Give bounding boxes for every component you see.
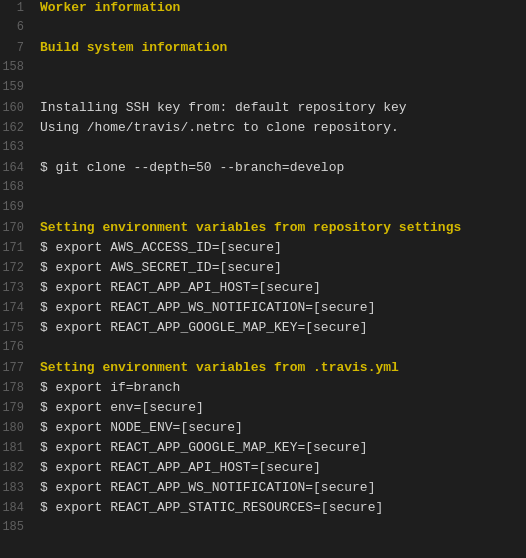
code-line: 162Using /home/travis/.netrc to clone re… [0, 120, 526, 140]
line-content: $ export REACT_APP_WS_NOTIFICATION=[secu… [32, 300, 526, 315]
code-line: 173$ export REACT_APP_API_HOST=[secure] [0, 280, 526, 300]
code-line: 181$ export REACT_APP_GOOGLE_MAP_KEY=[se… [0, 440, 526, 460]
code-line: 178$ export if=branch [0, 380, 526, 400]
line-number: 163 [0, 140, 32, 154]
line-number: 168 [0, 180, 32, 194]
line-number: 178 [0, 381, 32, 395]
line-content: $ export AWS_SECRET_ID=[secure] [32, 260, 526, 275]
line-number: 164 [0, 161, 32, 175]
line-content: $ export REACT_APP_API_HOST=[secure] [32, 280, 526, 295]
code-line: 183$ export REACT_APP_WS_NOTIFICATION=[s… [0, 480, 526, 500]
line-number: 182 [0, 461, 32, 475]
line-content: $ export REACT_APP_STATIC_RESOURCES=[sec… [32, 500, 526, 515]
line-number: 174 [0, 301, 32, 315]
code-line: 164$ git clone --depth=50 --branch=devel… [0, 160, 526, 180]
line-number: 7 [0, 41, 32, 55]
code-view: 1Worker information67Build system inform… [0, 0, 526, 540]
code-line: 169 [0, 200, 526, 220]
code-line: 159 [0, 80, 526, 100]
code-line: 171$ export AWS_ACCESS_ID=[secure] [0, 240, 526, 260]
line-content: $ export if=branch [32, 380, 526, 395]
code-line: 172$ export AWS_SECRET_ID=[secure] [0, 260, 526, 280]
code-line: 185 [0, 520, 526, 540]
line-number: 1 [0, 1, 32, 15]
line-content: $ git clone --depth=50 --branch=develop [32, 160, 526, 175]
line-number: 183 [0, 481, 32, 495]
line-number: 159 [0, 80, 32, 94]
line-content: Using /home/travis/.netrc to clone repos… [32, 120, 526, 135]
line-content: $ export REACT_APP_WS_NOTIFICATION=[secu… [32, 480, 526, 495]
line-number: 158 [0, 60, 32, 74]
line-content: $ export env=[secure] [32, 400, 526, 415]
code-line: 179$ export env=[secure] [0, 400, 526, 420]
line-number: 162 [0, 121, 32, 135]
line-number: 179 [0, 401, 32, 415]
code-line: 175$ export REACT_APP_GOOGLE_MAP_KEY=[se… [0, 320, 526, 340]
line-number: 176 [0, 340, 32, 354]
code-line: 1Worker information [0, 0, 526, 20]
code-line: 180$ export NODE_ENV=[secure] [0, 420, 526, 440]
line-content: Worker information [32, 0, 526, 15]
line-content: Installing SSH key from: default reposit… [32, 100, 526, 115]
line-content: $ export AWS_ACCESS_ID=[secure] [32, 240, 526, 255]
code-line: 168 [0, 180, 526, 200]
line-content: Setting environment variables from repos… [32, 220, 526, 235]
line-number: 181 [0, 441, 32, 455]
line-number: 172 [0, 261, 32, 275]
line-content: $ export REACT_APP_GOOGLE_MAP_KEY=[secur… [32, 320, 526, 335]
code-line: 176 [0, 340, 526, 360]
line-content: $ export REACT_APP_API_HOST=[secure] [32, 460, 526, 475]
code-line: 177Setting environment variables from .t… [0, 360, 526, 380]
code-line: 158 [0, 60, 526, 80]
line-number: 160 [0, 101, 32, 115]
line-content: Build system information [32, 40, 526, 55]
line-number: 177 [0, 361, 32, 375]
line-number: 173 [0, 281, 32, 295]
line-number: 184 [0, 501, 32, 515]
line-number: 169 [0, 200, 32, 214]
code-line: 174$ export REACT_APP_WS_NOTIFICATION=[s… [0, 300, 526, 320]
code-line: 184$ export REACT_APP_STATIC_RESOURCES=[… [0, 500, 526, 520]
code-line: 160Installing SSH key from: default repo… [0, 100, 526, 120]
line-number: 170 [0, 221, 32, 235]
line-number: 171 [0, 241, 32, 255]
line-number: 185 [0, 520, 32, 534]
code-line: 182$ export REACT_APP_API_HOST=[secure] [0, 460, 526, 480]
line-number: 175 [0, 321, 32, 335]
code-line: 6 [0, 20, 526, 40]
line-content: Setting environment variables from .trav… [32, 360, 526, 375]
line-content: $ export REACT_APP_GOOGLE_MAP_KEY=[secur… [32, 440, 526, 455]
code-line: 7Build system information [0, 40, 526, 60]
code-line: 163 [0, 140, 526, 160]
code-line: 170Setting environment variables from re… [0, 220, 526, 240]
line-content: $ export NODE_ENV=[secure] [32, 420, 526, 435]
line-number: 180 [0, 421, 32, 435]
line-number: 6 [0, 20, 32, 34]
